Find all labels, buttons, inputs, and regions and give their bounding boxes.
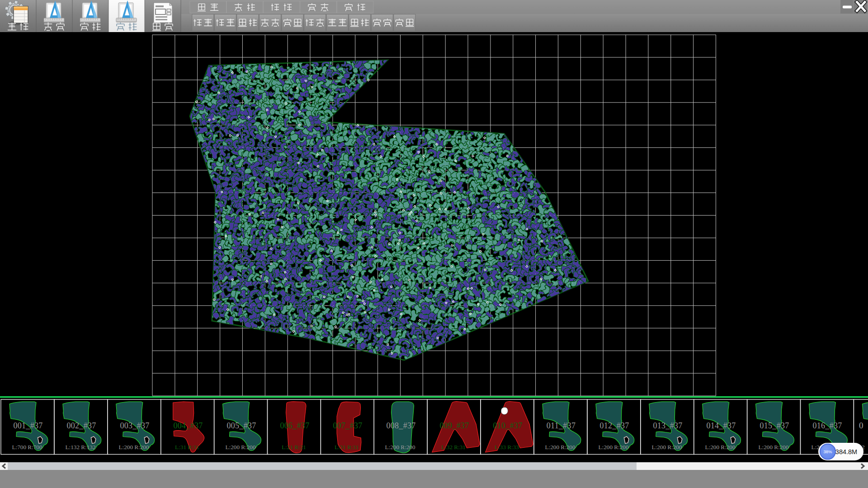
svg-text:L:132 R:132: L:132 R:132 [65,444,95,450]
svg-text:L:200 R:200: L:200 R:200 [385,444,415,450]
svg-text:012_#37: 012_#37 [599,421,629,430]
svg-text:008_#37: 008_#37 [386,421,415,430]
svg-text:L:33 R:33: L:33 R:33 [495,444,519,450]
svg-text:011_#37: 011_#37 [547,421,576,430]
svg-text:38%: 38% [823,449,832,454]
svg-text:007_#37: 007_#37 [333,421,362,430]
svg-text:003_#37: 003_#37 [120,421,149,430]
svg-text:0: 0 [859,421,863,430]
svg-text:L:31 R:31: L:31 R:31 [335,444,359,450]
svg-text:384.8M: 384.8M [835,448,857,455]
svg-text:015_#37: 015_#37 [760,421,789,430]
svg-text:L:32 R:31: L:32 R:31 [441,444,466,450]
svg-text:006_#37: 006_#37 [280,421,309,430]
svg-text:016_#37: 016_#37 [812,421,842,430]
svg-text:001_#37: 001_#37 [13,421,42,430]
svg-text:L:200 R:200: L:200 R:200 [705,444,735,450]
svg-text:009_#37: 009_#37 [439,421,469,430]
svg-text:L:200 R:200: L:200 R:200 [225,444,255,450]
svg-text:013_#37: 013_#37 [653,421,682,430]
svg-text:004_#37: 004_#37 [173,421,203,430]
svg-text:002_#37: 002_#37 [66,421,96,430]
svg-text:L:31 R:31: L:31 R:31 [175,444,199,450]
svg-text:L:21 R:21: L:21 R:21 [282,444,306,450]
svg-text:L:200 R:200: L:200 R:200 [545,444,575,450]
svg-text:010_#37: 010_#37 [493,421,522,430]
svg-text:L:700 R:700: L:700 R:700 [12,444,42,450]
svg-text:014_#37: 014_#37 [706,421,736,430]
svg-text:005_#37: 005_#37 [226,421,256,430]
svg-text:L:200 R:200: L:200 R:200 [118,444,149,450]
svg-text:L:200 R:200: L:200 R:200 [598,444,628,450]
svg-text:L:200 R:200: L:200 R:200 [758,444,788,450]
svg-text:L:200 R:200: L:200 R:200 [651,444,682,450]
